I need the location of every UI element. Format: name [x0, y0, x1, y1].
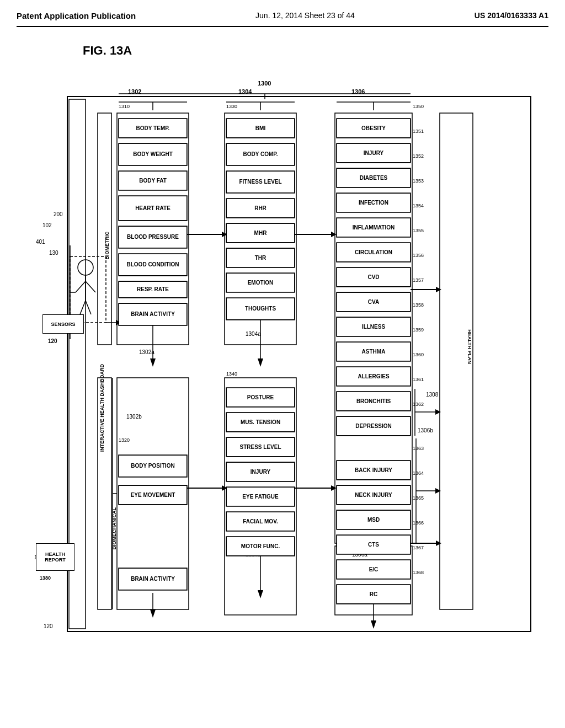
- infection-box: INFECTION: [337, 193, 411, 212]
- n1365-label: 1365: [413, 495, 424, 501]
- biometric-label: BIOMETRIC: [104, 232, 110, 260]
- body-position-box: BODY POSITION: [119, 455, 187, 477]
- svg-line-72: [80, 301, 86, 314]
- n1353-label: 1353: [413, 178, 424, 184]
- blood-pressure-box: BLOOD PRESSURE: [119, 226, 187, 248]
- mhr-box: MHR: [226, 223, 295, 243]
- col1-number: 1302: [128, 88, 141, 95]
- n1304a-label: 1304a: [246, 331, 261, 337]
- depression-box: DEPRESSION: [337, 416, 411, 436]
- publication-date: Jun. 12, 2014 Sheet 23 of 44: [255, 11, 355, 20]
- cva-box: CVA: [337, 292, 411, 312]
- svg-marker-90: [150, 609, 156, 618]
- inflammation-box: INFLAMMATION: [337, 218, 411, 237]
- svg-marker-59: [331, 232, 337, 237]
- col3-number: 1306: [351, 88, 365, 95]
- svg-rect-9: [98, 113, 111, 345]
- heart-rate-box: HEART RATE: [119, 196, 187, 221]
- n1361-label: 1361: [413, 377, 424, 382]
- svg-marker-92: [258, 590, 263, 598]
- svg-marker-101: [435, 409, 441, 415]
- cts-box: CTS: [337, 535, 411, 554]
- eye-movement-box: EYE MOVEMENT: [119, 485, 187, 505]
- msd-box: MSD: [337, 510, 411, 529]
- svg-marker-88: [258, 358, 263, 367]
- neck-injury-box: NECK INJURY: [337, 485, 411, 505]
- n1363-label: 1363: [413, 446, 424, 451]
- asthma-box: ASTHMA: [337, 342, 411, 361]
- n1302a-label: 1302a: [139, 349, 154, 355]
- svg-line-70: [76, 281, 86, 292]
- posture-box: POSTURE: [226, 388, 295, 407]
- patent-number: US 2014/0163333 A1: [475, 11, 548, 20]
- mus-tension-box: MUS. TENSION: [226, 413, 295, 432]
- emotion-box: EMOTION: [226, 273, 295, 292]
- injury-box: INJURY: [226, 462, 295, 481]
- n1356-label: 1356: [413, 253, 424, 258]
- n1306b-label: 1306b: [418, 427, 433, 433]
- n1368-label: 1368: [413, 570, 424, 575]
- biomechanical-label: BIOMECHANICAL: [111, 507, 117, 550]
- thr-box: THR: [226, 248, 295, 267]
- sensors-number: 120: [48, 338, 57, 344]
- facial-mov-box: FACIAL MOV.: [226, 512, 295, 531]
- diabetes-box: DIABETES: [337, 168, 411, 188]
- n1302b-label: 1302b: [126, 414, 142, 420]
- svg-marker-65: [331, 485, 337, 491]
- diagram: 1300 1302 1304 1306 1310 1311 1312 1313 …: [20, 69, 545, 648]
- resp-rate-box: RESP. RATE: [119, 281, 187, 298]
- page: Patent Application Publication Jun. 12, …: [0, 0, 565, 728]
- n1357-label: 1357: [413, 277, 424, 283]
- n1367-label: 1367: [413, 545, 424, 550]
- n1320-label: 1320: [119, 437, 130, 443]
- n1364-label: 1364: [413, 470, 424, 476]
- n200-label: 200: [54, 211, 63, 217]
- n1310-label: 1310: [119, 104, 130, 109]
- illness-box: ILLNESS: [337, 317, 411, 336]
- allergies-box: ALLERGIES: [337, 367, 411, 386]
- n1358-label: 1358: [413, 302, 424, 308]
- n1355-label: 1355: [413, 228, 424, 233]
- stress-level-box: STRESS LEVEL: [226, 437, 295, 457]
- figure-label: FIG. 13A: [83, 44, 548, 58]
- obesity-box: OBESITY: [337, 119, 411, 138]
- n1359-label: 1359: [413, 327, 424, 333]
- n1351-label: 1351: [413, 129, 424, 134]
- blood-condition-box: BLOOD CONDITION: [119, 254, 187, 276]
- n120-label: 120: [44, 623, 53, 629]
- brain-activity-top-box: BRAIN ACTIVITY: [119, 303, 187, 325]
- health-plan-label: HEALTH PLAN: [467, 329, 472, 364]
- svg-rect-6: [335, 546, 412, 615]
- body-temp-box: BODY TEMP.: [119, 119, 187, 138]
- n130-label: 130: [49, 250, 58, 256]
- motor-func-box: MOTOR FUNC.: [226, 537, 295, 556]
- fitness-level-box: FITNESS LEVEL: [226, 171, 295, 193]
- rhr-box: RHR: [226, 199, 295, 218]
- health-report-number: 1380: [40, 575, 51, 581]
- n1340-label: 1340: [226, 371, 237, 377]
- n102-label: 102: [42, 222, 52, 228]
- brain-activity-bot-box: BRAIN ACTIVITY: [119, 568, 187, 590]
- sensors-box: SENSORS: [42, 314, 84, 334]
- svg-line-71: [86, 281, 95, 292]
- thoughts-box: THOUGHTS: [226, 298, 295, 320]
- svg-marker-61: [436, 287, 441, 292]
- n1350-label: 1350: [413, 104, 424, 109]
- circulation-box: CIRCULATION: [337, 243, 411, 262]
- page-header: Patent Application Publication Jun. 12, …: [17, 11, 548, 27]
- col2-number: 1304: [238, 88, 252, 95]
- svg-line-73: [86, 301, 91, 314]
- diagram-title-number: 1300: [258, 80, 271, 87]
- n1366-label: 1366: [413, 520, 424, 526]
- interactive-health-dashboard-label: INTERACTIVE HEALTH DASHBOARD: [99, 364, 105, 452]
- n1354-label: 1354: [413, 203, 424, 208]
- eye-fatigue-box: EYE FATIGUE: [226, 487, 295, 506]
- svg-marker-86: [150, 358, 156, 367]
- body-weight-box: BODY WEIGHT: [119, 143, 187, 165]
- svg-point-68: [78, 260, 93, 275]
- n1360-label: 1360: [413, 352, 424, 357]
- bmi-box: BMI: [226, 119, 295, 138]
- svg-rect-74: [70, 256, 106, 323]
- body-comp-box: BODY COMP.: [226, 143, 295, 165]
- back-injury-box: BACK INJURY: [337, 461, 411, 480]
